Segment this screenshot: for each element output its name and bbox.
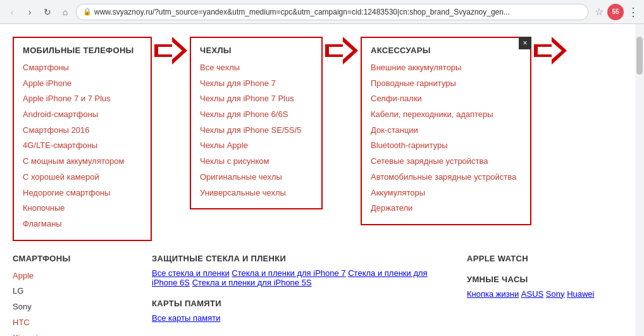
link-sony-watch[interactable]: Sony bbox=[546, 289, 565, 299]
link-cases-universal[interactable]: Универсальные чехлы bbox=[200, 185, 313, 201]
link-cases-iphone6[interactable]: Чехлы для iPhone 6/6S bbox=[200, 107, 313, 123]
link-glass-iphone5s[interactable]: Стекла и пленки для iPhone 5S bbox=[192, 278, 312, 287]
browser-menu-button[interactable]: ⋮ bbox=[628, 5, 639, 19]
link-huawei[interactable]: Huawei bbox=[567, 289, 594, 299]
right-lower-col: APPLE WATCH УМНЫЕ ЧАСЫ Кнопка жизни ASUS… bbox=[467, 254, 631, 336]
link-sony[interactable]: Sony bbox=[13, 299, 139, 315]
cases-box: ЧЕХЛЫ Все чехлы Чехлы для iPhone 7 Чехлы… bbox=[190, 37, 323, 209]
link-selfie[interactable]: Селфи-палки bbox=[371, 91, 521, 107]
link-cases-apple[interactable]: Чехлы Apple bbox=[200, 138, 313, 154]
arrow-3-icon bbox=[534, 37, 567, 65]
link-xiaomi[interactable]: Xiaomi bbox=[13, 330, 139, 336]
link-cases-original[interactable]: Оригинальные чехлы bbox=[200, 170, 313, 185]
forward-button[interactable]: › bbox=[23, 5, 37, 19]
link-cases-iphonese[interactable]: Чехлы для iPhone SE/5S/5 bbox=[200, 123, 313, 139]
arrow-2-icon bbox=[325, 37, 358, 65]
link-smartphones2016[interactable]: Смартфоны 2016 bbox=[23, 123, 142, 139]
link-wired-headset[interactable]: Проводные гарнитуры bbox=[371, 76, 521, 92]
link-powerbattery[interactable]: С мощным аккумулятором bbox=[23, 154, 142, 170]
link-dock[interactable]: Док-станции bbox=[371, 123, 521, 139]
mobile-phones-box: МОБИЛЬНЫЕ ТЕЛЕФОНЫ Смартфоны Apple iPhon… bbox=[13, 37, 152, 241]
link-android[interactable]: Android-смартфоны bbox=[23, 107, 142, 123]
link-4glte[interactable]: 4G/LTE-смартфоны bbox=[23, 138, 142, 154]
memory-section: КАРТЫ ПАМЯТИ Все карты памяти bbox=[152, 299, 454, 323]
link-batteries[interactable]: Аккумуляторы bbox=[371, 185, 521, 201]
close-button[interactable]: × bbox=[519, 37, 531, 49]
link-goodcamera[interactable]: С хорошей камерой bbox=[23, 170, 142, 185]
link-network-charger[interactable]: Сетевые зарядные устройства bbox=[371, 154, 521, 170]
arrow-2-container bbox=[323, 37, 361, 65]
glass-section-title: ЗАЩИТНЫЕ СТЕКЛА И ПЛЕНКИ bbox=[152, 254, 454, 263]
lower-row: СМАРТФОНЫ Apple LG Sony HTC Xiaomi ЗАЩИТ… bbox=[13, 254, 631, 336]
link-lg[interactable]: LG bbox=[13, 283, 139, 299]
accessories-title: АКСЕССУАРЫ bbox=[371, 46, 521, 55]
link-htc[interactable]: HTC bbox=[13, 315, 139, 331]
link-powerbanks[interactable]: Внешние аккумуляторы bbox=[371, 60, 521, 76]
link-asus[interactable]: ASUS bbox=[521, 289, 543, 299]
smart-watch-title: УМНЫЕ ЧАСЫ bbox=[467, 275, 631, 284]
cases-title: ЧЕХЛЫ bbox=[200, 46, 313, 55]
link-budget[interactable]: Недорогие смартфоны bbox=[23, 185, 142, 201]
memory-section-title: КАРТЫ ПАМЯТИ bbox=[152, 299, 454, 308]
link-cases-iphone7plus[interactable]: Чехлы для iPhone 7 Plus bbox=[200, 91, 313, 107]
link-cables[interactable]: Кабели, переходники, адаптеры bbox=[371, 107, 521, 123]
home-button[interactable]: ⌂ bbox=[58, 5, 72, 19]
link-all-glass[interactable]: Все стекла и пленки bbox=[152, 268, 230, 278]
address-bar[interactable]: 🔒 www.svyaznoy.ru/?utm_source=yandex&utm… bbox=[76, 4, 588, 20]
accessories-box: × АКСЕССУАРЫ Внешние аккумуляторы Провод… bbox=[361, 37, 531, 225]
profile-avatar[interactable]: 55 bbox=[607, 4, 624, 20]
smart-watch-section: УМНЫЕ ЧАСЫ Кнопка жизни ASUS Sony Huawei bbox=[467, 275, 631, 299]
link-holders[interactable]: Держатели bbox=[371, 201, 521, 216]
browser-chrome: ‹ › ↻ ⌂ 🔒 www.svyaznoy.ru/?utm_source=ya… bbox=[0, 0, 644, 24]
url-text: www.svyaznoy.ru/?utm_source=yandex&utm_m… bbox=[94, 8, 510, 16]
link-apple-iphone7[interactable]: Apple iPhone 7 и 7 Plus bbox=[23, 91, 142, 107]
link-apple-iphone[interactable]: Apple iPhone bbox=[23, 76, 142, 92]
link-car-charger[interactable]: Автомобильные зарядные устройства bbox=[371, 170, 521, 185]
arrow-1-icon bbox=[154, 37, 187, 65]
scrollbar-thumb[interactable] bbox=[636, 37, 643, 75]
scrollbar[interactable] bbox=[635, 24, 644, 336]
link-all-cases[interactable]: Все чехлы bbox=[200, 60, 313, 76]
apple-watch-title: APPLE WATCH bbox=[467, 254, 631, 263]
mobile-phones-title: МОБИЛЬНЫЕ ТЕЛЕФОНЫ bbox=[23, 46, 142, 55]
link-all-memory[interactable]: Все карты памяти bbox=[152, 313, 221, 323]
back-button[interactable]: ‹ bbox=[5, 5, 19, 19]
link-cases-iphone7[interactable]: Чехлы для iPhone 7 bbox=[200, 76, 313, 92]
link-glass-iphone7[interactable]: Стекла и пленки для iPhone 7 bbox=[232, 268, 345, 278]
link-cases-design[interactable]: Чехлы с рисунком bbox=[200, 154, 313, 170]
arrow-1-container bbox=[152, 37, 190, 65]
lock-icon: 🔒 bbox=[83, 8, 92, 16]
top-columns-row: МОБИЛЬНЫЕ ТЕЛЕФОНЫ Смартфоны Apple iPhon… bbox=[13, 37, 631, 241]
link-keypad[interactable]: Кнопочные bbox=[23, 201, 142, 216]
bookmark-star-icon[interactable]: ☆ bbox=[595, 6, 604, 18]
link-flagmany[interactable]: Флагманы bbox=[23, 216, 142, 232]
link-smartphones[interactable]: Смартфоны bbox=[23, 60, 142, 76]
arrow-3-container bbox=[531, 37, 569, 65]
reload-button[interactable]: ↻ bbox=[40, 5, 54, 19]
smartphones-section-title: СМАРТФОНЫ bbox=[13, 254, 139, 263]
link-knopka[interactable]: Кнопка жизни bbox=[467, 289, 519, 299]
link-bluetooth[interactable]: Bluetooth-гарнитуры bbox=[371, 138, 521, 154]
page-content: МОБИЛЬНЫЕ ТЕЛЕФОНЫ Смартфоны Apple iPhon… bbox=[0, 24, 644, 336]
smartphones-brands-col: СМАРТФОНЫ Apple LG Sony HTC Xiaomi bbox=[13, 254, 152, 336]
link-apple[interactable]: Apple bbox=[13, 268, 139, 284]
middle-lower-col: ЗАЩИТНЫЕ СТЕКЛА И ПЛЕНКИ Все стекла и пл… bbox=[152, 254, 467, 336]
